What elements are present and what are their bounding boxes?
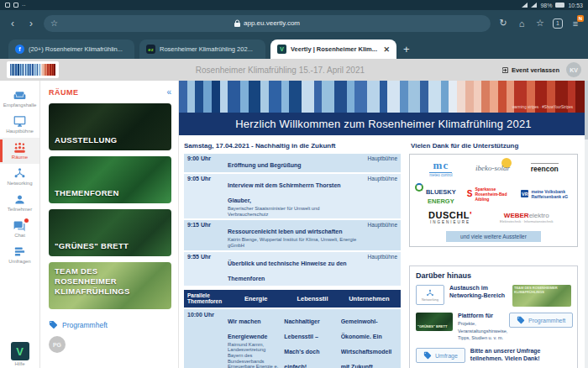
team-room-thumbnail[interactable]: TEAM DES ROSENHEIMER KLIMAFRÜHLINGS	[512, 285, 571, 307]
stage-monitor-icon	[13, 115, 27, 128]
sponsors-title: Vielen Dank für die Unterstützung	[411, 142, 578, 150]
schedule: Samstag, 17.04.2021 - Nachhaltig in die …	[184, 142, 401, 368]
signal-icon	[531, 3, 537, 8]
welcome-banner: Herzlich Willkommen zum Rosenheimer Klim…	[179, 113, 588, 135]
lock-icon	[234, 19, 240, 27]
veertly-icon: V	[277, 45, 286, 54]
room-tile-gruenes-brett[interactable]: "GRÜNES" BRETT	[49, 209, 171, 256]
tag-icon	[517, 316, 525, 324]
notification-icon	[13, 3, 18, 8]
extras-networking-row: Networking Austausch im Networking-Berei…	[416, 285, 571, 307]
networking-thumbnail[interactable]: Networking	[416, 285, 444, 305]
home-button[interactable]: ⌂	[516, 18, 528, 29]
reload-button[interactable]: ↻	[497, 18, 509, 29]
warming-stripes-banner: warming stripes · #ShowYourStripes	[179, 81, 588, 113]
extras-title: Darüber hinaus	[416, 271, 571, 280]
tag-icon	[423, 351, 432, 360]
stripes-attribution: warming stripes · #ShowYourStripes	[512, 105, 573, 109]
sponsor-duschl: DUSCHL' INGENIEURE	[415, 210, 486, 224]
sidebar-item-umfragen[interactable]: Umfragen	[0, 242, 39, 268]
add-bookmark-button[interactable]: ☆	[534, 18, 546, 29]
event-title: Rosenheimer Klimafrühling 15.-17. April …	[59, 66, 501, 75]
leave-event-button[interactable]: Event verlassen	[501, 66, 559, 74]
back-button[interactable]: ‹	[7, 18, 18, 29]
extras-platform-row: "GRÜNES" BRETT Plattform für Projekte, V…	[416, 313, 571, 342]
rooms-audience-icon	[13, 141, 27, 154]
sidebar-item-raeume[interactable]: Räume	[0, 138, 39, 164]
program-booklet-link[interactable]: Programmheft	[49, 320, 171, 329]
sponsor-volksbank: VR meine Volksbank Raiffeisenbank eG	[518, 189, 570, 199]
program-booklet-button[interactable]: Programmheft	[509, 313, 573, 328]
menu-button[interactable]: ≡N	[570, 18, 581, 29]
tab-facebook[interactable]: f (20+) Rosenheimer Klimafrühlin...	[8, 39, 134, 59]
schedule-row[interactable]: 9:55 Uhr Überblick und technische Hinwei…	[184, 252, 401, 286]
sidebar-item-hauptbuehne[interactable]: Hauptbühne	[0, 112, 39, 138]
sponsor-sparkasse: S Sparkasse Rosenheim-Bad Aibling	[467, 187, 519, 202]
page-scrollbar[interactable]	[585, 81, 588, 368]
help-button[interactable]: V Hilfe	[11, 342, 29, 366]
close-tab-icon[interactable]: ✕	[383, 45, 390, 54]
user-avatar[interactable]: KV	[566, 62, 581, 77]
url-text: app.eu.veertly.com	[244, 19, 300, 27]
participants-person-icon	[13, 193, 27, 206]
sponsor-reencon: reencon	[518, 163, 570, 173]
lobby-couch-icon	[13, 89, 27, 102]
event-logo[interactable]	[7, 61, 59, 78]
menu-badge: N	[577, 15, 584, 22]
new-tab-button[interactable]: +	[403, 43, 410, 55]
schedule-row[interactable]: 9:05 Uhr Interview mit dem Schirmherrn T…	[184, 174, 401, 218]
sidebar-item-chat[interactable]: Chat	[0, 216, 39, 242]
url-bar[interactable]: ☆ app.eu.veertly.com	[44, 15, 491, 32]
survey-button[interactable]: Umfrage	[416, 348, 465, 363]
networking-icon	[13, 167, 27, 180]
room-tile-team[interactable]: TEAM DES ROSENHEIMER KLIMAFRÜHLINGS	[49, 262, 171, 309]
sponsors-box: mc meteo control ibeko-solar reencon BLU…	[409, 154, 578, 247]
sidebar-item-empfangshalle[interactable]: Empfangshalle	[0, 86, 39, 112]
sidebar-item-teilnehmer[interactable]: Teilnehmer	[0, 190, 39, 216]
user-avatar-pg[interactable]: PG	[49, 336, 66, 353]
notification-icon	[5, 3, 10, 8]
room-tile-ausstellung[interactable]: AUSSTELLUNG	[49, 103, 171, 150]
forums-table-header: Parallele Themenforen Energie Lebensstil…	[184, 290, 401, 308]
sponsor-meteo-control: mc meteo control	[415, 159, 467, 177]
sidebar-item-networking[interactable]: Networking	[0, 164, 39, 190]
sponsor-weber-elektro: WEBERelektro Elektrotechnik · Informatio…	[486, 212, 567, 223]
veertly-logo: V	[11, 342, 29, 360]
sparkasse-s-icon: S	[467, 189, 473, 198]
schedule-day-title: Samstag, 17.04.2021 - Nachhaltig in die …	[184, 142, 401, 150]
sidebar-info-column: Vielen Dank für die Unterstützung mc met…	[409, 142, 585, 368]
schedule-row[interactable]: 9:00 Uhr Eröffnung und Begrüßung Hauptbü…	[184, 154, 401, 172]
rooms-panel: RÄUME « AUSSTELLUNG THEMENFOREN "GRÜNES"…	[40, 81, 179, 368]
room-tile-themenforen[interactable]: THEMENFOREN	[49, 156, 171, 203]
wifi-icon	[522, 3, 528, 8]
sponsor-bluesky-energy: BLUESKY ENERGY	[415, 182, 467, 205]
forward-button[interactable]: ›	[25, 18, 37, 29]
rooms-panel-title: RÄUME	[49, 88, 79, 97]
clock: 10:53	[568, 3, 583, 8]
polls-icon	[13, 245, 27, 258]
tab-veertly-active[interactable]: V Veertly | Rosenheimer Klim... ✕	[270, 39, 396, 59]
vr-logo-icon: VR	[521, 190, 528, 197]
extras-survey-row: Umfrage Bitte an unserer Umfrage teilneh…	[416, 348, 571, 363]
collapse-panel-icon[interactable]: «	[166, 87, 171, 97]
event-header: Rosenheimer Klimafrühling 15.-17. April …	[0, 59, 588, 81]
bluesky-ring-icon	[415, 183, 423, 192]
scrollbar-thumb[interactable]	[585, 81, 588, 139]
unread-badge	[24, 218, 29, 223]
bookmark-star-icon[interactable]: ☆	[50, 18, 58, 28]
schedule-row[interactable]: 9:15 Uhr Ressourcenleicht leben und wirt…	[184, 220, 401, 250]
warming-stripes-logo	[10, 64, 55, 76]
gruenes-brett-thumbnail[interactable]: "GRÜNES" BRETT	[416, 313, 453, 331]
tab-count-button[interactable]: 1	[553, 18, 563, 29]
browser-tab-strip: f (20+) Rosenheimer Klimafrühlin... ez R…	[0, 36, 588, 59]
parallel-forums-table: Parallele Themenforen Energie Lebensstil…	[184, 290, 401, 368]
ez-icon: ez	[146, 45, 155, 54]
extras-box: Darüber hinaus Networking Austausch im N…	[409, 265, 578, 368]
forum-row[interactable]: 10:00 Uhr Wir machen Energiewende Raimun…	[184, 309, 401, 368]
tab-ez[interactable]: ez Rosenheimer Klimafrühling 202...	[139, 39, 265, 59]
android-status-bar: ·· 98% 10:53	[0, 0, 588, 10]
networking-icon	[425, 289, 435, 297]
more-notifications-icon: ··	[22, 3, 26, 8]
browser-toolbar: ‹ › ☆ app.eu.veertly.com ↻ ⌂ ☆ 1 ≡N	[0, 10, 588, 36]
facebook-icon: f	[15, 45, 24, 54]
